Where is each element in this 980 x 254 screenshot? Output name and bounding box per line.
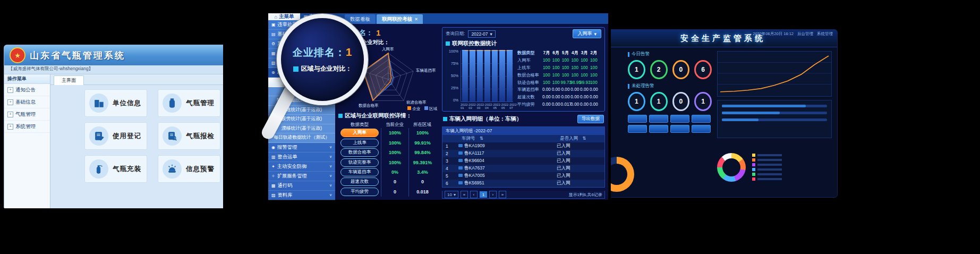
prev-page-button[interactable]: ‹ bbox=[470, 191, 478, 198]
radar-axis-label: 数据合格率 bbox=[359, 103, 379, 108]
submenu-item[interactable]: 每日轨迹数据统计（测试） bbox=[268, 133, 335, 143]
sidebar-item-cylinder-mgmt[interactable]: + 气瓶管理 bbox=[4, 108, 50, 121]
dash-button[interactable] bbox=[649, 115, 668, 123]
dash-button[interactable] bbox=[692, 115, 711, 123]
tab-network-assessment[interactable]: 联网联控考核 × bbox=[377, 14, 423, 24]
dash-button[interactable] bbox=[670, 115, 689, 123]
dash-button[interactable] bbox=[628, 115, 647, 123]
page-size-select[interactable]: 10 ▾ bbox=[445, 191, 458, 198]
launcher-button-气瓶管理[interactable]: 气瓶管理 bbox=[158, 89, 220, 117]
launcher-button-信息预警[interactable]: 信息预警 bbox=[158, 155, 220, 183]
expand-icon: + bbox=[7, 99, 13, 105]
legend-bar bbox=[757, 173, 782, 175]
chevron-down-icon: ∨ bbox=[329, 155, 332, 159]
launcher-button-气瓶充装[interactable]: 气瓶充装 bbox=[84, 155, 147, 183]
region-value: 99.84% bbox=[408, 148, 436, 157]
magnifier-lens: 企业排名：1 区域与企业对比： bbox=[277, 14, 368, 105]
national-emblem-icon: ★ bbox=[10, 47, 25, 63]
next-page-button[interactable]: › bbox=[489, 191, 497, 198]
metric-pill[interactable]: 数据合格率 bbox=[340, 148, 379, 157]
menu-item[interactable]: ✦主动安全防御∨ bbox=[268, 162, 335, 172]
menu-item[interactable]: ◉报警管理∨ bbox=[268, 143, 335, 153]
column-header: 7月 bbox=[542, 50, 551, 56]
y-tick-label: 25% bbox=[446, 86, 458, 90]
table-cell: 100 bbox=[551, 65, 561, 70]
vehicle-table-title: 车辆入网明细 -2022-07 bbox=[442, 127, 604, 135]
region-value: 0.018 bbox=[408, 187, 436, 197]
sidebar-item-basic-info[interactable]: + 基础信息 bbox=[4, 96, 50, 108]
legend-row bbox=[752, 173, 782, 176]
menu-item-icon: ◉ bbox=[271, 145, 275, 150]
query-date-select[interactable]: 2022-07 ▾ bbox=[468, 30, 495, 38]
launcher-button-气瓶报检[interactable]: 气瓶报检 bbox=[158, 122, 220, 150]
table-cell: 100 bbox=[561, 58, 570, 63]
radar-axis-label: 入网率 bbox=[382, 47, 394, 52]
region-value: 3.4% bbox=[408, 167, 436, 177]
detail-row: 超速次数00 bbox=[338, 177, 438, 187]
metric-pill[interactable]: 入网率 bbox=[340, 129, 379, 137]
menu-item-icon: ▥ bbox=[271, 155, 276, 159]
current-page[interactable]: 1 bbox=[480, 191, 487, 198]
dash-button[interactable] bbox=[692, 125, 711, 133]
sidebar-item-notices[interactable]: + 通知公告 bbox=[4, 84, 50, 96]
table-row[interactable]: 3鲁K96604已入网 bbox=[442, 157, 604, 165]
menu-item[interactable]: ✧扩展服务管理∨ bbox=[268, 172, 335, 181]
menu-item[interactable]: ▥整合运单∨ bbox=[268, 153, 335, 162]
section-bullet-icon bbox=[446, 41, 450, 46]
table-cell: 0.00 bbox=[561, 87, 570, 92]
dash-button[interactable] bbox=[649, 125, 668, 133]
sidebar-item-system-mgmt[interactable]: + 系统管理 bbox=[4, 121, 50, 133]
home-menu-tab[interactable]: ⌂ 主菜单 bbox=[268, 13, 300, 20]
table-row[interactable]: 1鲁KA1909已入网 bbox=[442, 142, 604, 150]
plate-cell: 鲁KA7005 bbox=[455, 173, 553, 179]
launcher-button-label: 气瓶管理 bbox=[186, 99, 215, 108]
first-page-button[interactable]: « bbox=[461, 191, 468, 198]
sort-icon[interactable]: ⇅ bbox=[579, 136, 586, 141]
table-cell: 0.017 bbox=[561, 102, 570, 107]
monthly-table-row: 上线车100100100100100100 bbox=[517, 64, 601, 72]
export-data-button[interactable]: 导出数据 bbox=[577, 115, 604, 123]
metric-pill[interactable]: 上线率 bbox=[340, 139, 379, 147]
menu-item[interactable]: ▨资料库∨ bbox=[268, 191, 335, 200]
table-row[interactable]: 4鲁KA7637已入网 bbox=[442, 165, 604, 172]
table-cell: 0.00 bbox=[551, 95, 561, 99]
detail-row: 上线率100%99.91% bbox=[338, 138, 438, 148]
launcher-button-label: 气瓶报检 bbox=[186, 132, 215, 141]
table-cell: 超速次数 bbox=[517, 94, 542, 100]
stat-ring: 1 bbox=[650, 92, 668, 111]
progress-panel bbox=[717, 100, 832, 138]
table-cell: 100 bbox=[589, 65, 599, 70]
metric-pill[interactable]: 车辆遮挡率 bbox=[340, 168, 379, 176]
table-cell: 入网车 bbox=[517, 57, 542, 63]
radar-axis-label: 轨迹合格率 bbox=[406, 100, 427, 105]
launcher-button-单位信息[interactable]: 单位信息 bbox=[84, 89, 147, 117]
unhandled-alarm-label: 未处理告警 bbox=[628, 83, 712, 89]
stat-ring: 0 bbox=[672, 60, 690, 79]
dash-button[interactable] bbox=[628, 125, 647, 133]
menu-item[interactable]: ▩通行码∨ bbox=[268, 181, 335, 191]
gas-cylinder-icon bbox=[163, 94, 182, 113]
table-row[interactable]: 6鲁K56951已入网 bbox=[442, 180, 604, 187]
y-tick-label: 75% bbox=[446, 62, 458, 65]
metric-pill[interactable]: 平均疲劳 bbox=[340, 188, 379, 196]
launcher-button-使用登记[interactable]: 使用登记 bbox=[84, 122, 147, 150]
legend-bar bbox=[757, 178, 782, 180]
status-cell: 已入网 bbox=[553, 165, 604, 172]
table-row[interactable]: 5鲁KA7005已入网 bbox=[442, 172, 604, 180]
sort-icon[interactable]: ⇅ bbox=[476, 136, 483, 141]
stat-ring: 1 bbox=[694, 92, 712, 111]
metric-pill[interactable]: 轨迹完整率 bbox=[340, 158, 379, 167]
table-row[interactable]: 2鲁KA1117已入网 bbox=[442, 150, 604, 157]
menu-item-icon: ▦ bbox=[271, 51, 276, 56]
close-tab-icon[interactable]: × bbox=[415, 14, 417, 24]
admin-link[interactable]: 后台管理 bbox=[797, 31, 813, 37]
metric-pill[interactable]: 超速次数 bbox=[340, 177, 379, 186]
metric-select-button[interactable]: 入网率 ▾ bbox=[573, 29, 601, 38]
system-link[interactable]: 系统管理 bbox=[817, 31, 833, 37]
last-page-button[interactable]: » bbox=[499, 191, 506, 198]
table-cell: 0.00 bbox=[542, 95, 551, 99]
dash-button[interactable] bbox=[670, 125, 689, 133]
tab-main-screen[interactable]: 主界面 bbox=[54, 75, 84, 86]
table-cell: 0.00 bbox=[551, 102, 561, 107]
launcher-button-label: 使用登记 bbox=[113, 132, 141, 141]
